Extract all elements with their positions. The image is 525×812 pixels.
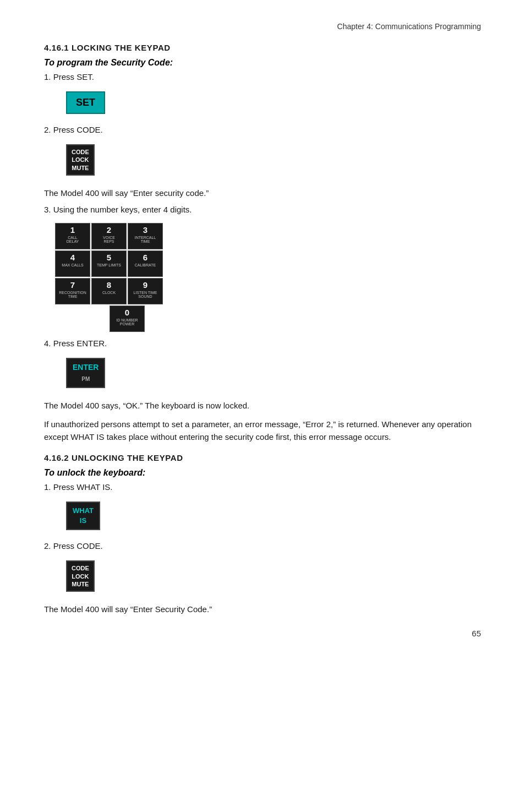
subsection-title-4162: To unlock the keyboard:: [44, 468, 481, 478]
step-unlock-1-label: 1. Press WHAT IS.: [44, 482, 481, 492]
text-after-step2: The Model 400 will say “Enter security c…: [44, 187, 481, 199]
key-9-num: 9: [143, 281, 147, 290]
key-4-sub: MAX CALLS: [62, 263, 83, 268]
text-after-unlock-step2: The Model 400 will say “Enter Security C…: [44, 603, 481, 615]
step-3-label: 3. Using the number keys, enter 4 digits…: [44, 205, 481, 214]
numpad-row-2: 4 MAX CALLS 5 TEMP LIMITS 6 CALIBRATE: [55, 250, 163, 277]
key-4[interactable]: 4 MAX CALLS: [55, 250, 90, 277]
set-button[interactable]: SET: [66, 91, 105, 114]
key-7[interactable]: 7 RECOGNITIONTIME: [55, 278, 90, 304]
section-title-4162: 4.16.2 UNLOCKING THE KEYPAD: [44, 453, 481, 462]
key-5-num: 5: [107, 253, 111, 263]
key-8-num: 8: [107, 281, 111, 290]
key-6[interactable]: 6 CALIBRATE: [128, 250, 163, 277]
what-is-key-block: WHATIS: [55, 496, 481, 536]
numpad-row-1: 1 CALLDELAY 2 VOICEREPS 3 INTERCALLTIME: [55, 223, 163, 249]
code-key-block-2: CODELOCKMUTE: [55, 555, 481, 597]
numpad-row-4: 0 ID NUMBERPOWER: [55, 306, 163, 332]
enter-key-block: ENTERPM: [55, 352, 481, 394]
what-is-button[interactable]: WHATIS: [66, 502, 100, 530]
key-1-sub: CALLDELAY: [67, 236, 79, 244]
numpad-row-3: 7 RECOGNITIONTIME 8 CLOCK 9 LISTEN TIMES…: [55, 278, 163, 304]
text-after-step4a: The Model 400 says, “OK.” The keyboard i…: [44, 399, 481, 412]
key-3-num: 3: [143, 226, 147, 235]
text-after-step4b: If unauthorized persons attempt to set a…: [44, 418, 481, 444]
step-4-label: 4. Press ENTER.: [44, 339, 481, 348]
key-2-sub: VOICEREPS: [103, 236, 115, 244]
page-number: 65: [472, 629, 481, 638]
section-4161: 4.16.1 LOCKING THE KEYPAD To program the…: [44, 43, 481, 443]
step-2-label: 2. Press CODE.: [44, 125, 481, 134]
key-3-sub: INTERCALLTIME: [135, 236, 156, 244]
key-4-num: 4: [70, 253, 75, 263]
key-0[interactable]: 0 ID NUMBERPOWER: [110, 306, 145, 332]
set-key-block: SET: [55, 86, 481, 119]
key-9[interactable]: 9 LISTEN TIMESOUND: [128, 278, 163, 304]
enter-button[interactable]: ENTERPM: [66, 358, 105, 388]
key-1-num: 1: [70, 226, 75, 235]
numpad: 1 CALLDELAY 2 VOICEREPS 3 INTERCALLTIME …: [55, 223, 163, 333]
key-5[interactable]: 5 TEMP LIMITS: [91, 250, 127, 277]
key-5-sub: TEMP LIMITS: [97, 263, 121, 268]
subsection-title-4161: To program the Security Code:: [44, 58, 481, 68]
key-2[interactable]: 2 VOICEREPS: [91, 223, 127, 249]
page: Chapter 4: Communications Programming 4.…: [0, 0, 525, 655]
key-0-sub: ID NUMBERPOWER: [116, 318, 138, 326]
key-1[interactable]: 1 CALLDELAY: [55, 223, 90, 249]
step-1-label: 1. Press SET.: [44, 72, 481, 81]
section-title-4161: 4.16.1 LOCKING THE KEYPAD: [44, 43, 481, 52]
key-3[interactable]: 3 INTERCALLTIME: [128, 223, 163, 249]
key-0-num: 0: [125, 308, 129, 318]
key-6-sub: CALIBRATE: [135, 263, 156, 268]
chapter-header: Chapter 4: Communications Programming: [44, 22, 481, 33]
key-6-num: 6: [143, 253, 147, 263]
code-key-block-1: CODELOCKMUTE: [55, 139, 481, 181]
section-4162: 4.16.2 UNLOCKING THE KEYPAD To unlock th…: [44, 453, 481, 616]
step-unlock-2-label: 2. Press CODE.: [44, 541, 481, 551]
key-8[interactable]: 8 CLOCK: [91, 278, 127, 304]
key-7-num: 7: [70, 281, 75, 290]
key-9-sub: LISTEN TIMESOUND: [133, 291, 157, 299]
code-lock-mute-button-2[interactable]: CODELOCKMUTE: [66, 560, 95, 592]
key-2-num: 2: [107, 226, 111, 235]
code-lock-mute-button-1[interactable]: CODELOCKMUTE: [66, 144, 95, 176]
key-8-sub: CLOCK: [102, 291, 116, 295]
key-7-sub: RECOGNITIONTIME: [59, 291, 86, 299]
